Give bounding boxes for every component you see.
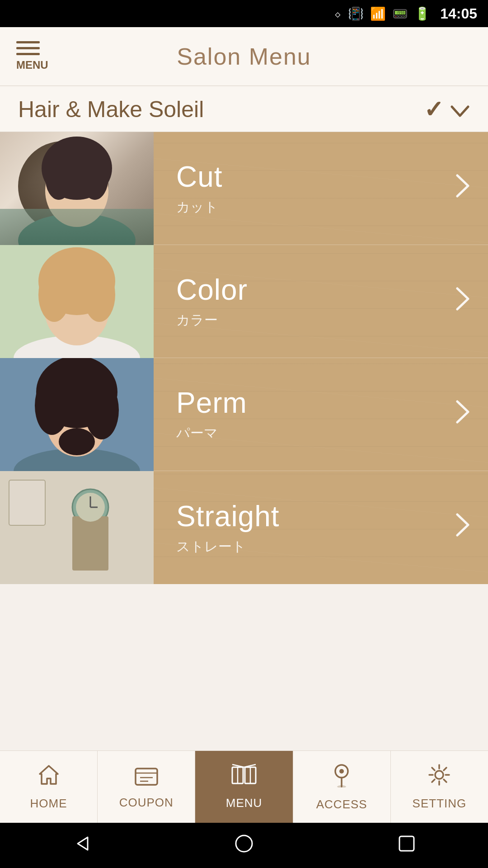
- cut-title-ja: カット: [176, 198, 223, 217]
- perm-chevron-icon: [455, 400, 470, 429]
- svg-point-10: [84, 268, 115, 322]
- straight-image: [0, 471, 154, 584]
- menu-list: Cut カット: [0, 132, 488, 584]
- straight-chevron-icon: [455, 513, 470, 542]
- nav-item-coupon[interactable]: COUPON: [98, 751, 195, 823]
- chevron-down-icon: ✓: [424, 96, 470, 123]
- cut-text: Cut カット: [176, 160, 223, 217]
- menu-row-color[interactable]: Color カラー: [0, 245, 488, 358]
- svg-point-17: [59, 428, 95, 455]
- straight-photo: [0, 471, 154, 584]
- svg-point-4: [81, 155, 108, 200]
- svg-rect-27: [136, 769, 157, 785]
- svg-line-48: [444, 768, 446, 770]
- svg-marker-50: [78, 837, 88, 850]
- straight-content[interactable]: Straight ストレート: [154, 471, 488, 584]
- menu-row-straight[interactable]: Straight ストレート: [0, 471, 488, 584]
- svg-point-0: [18, 213, 136, 245]
- status-icons: ⬦ 📳 📶 📟 🔋 14:05: [334, 5, 477, 22]
- color-content[interactable]: Color カラー: [154, 245, 488, 358]
- app-header: MENU Salon Menu: [0, 27, 488, 86]
- svg-point-15: [35, 376, 69, 435]
- setting-label: SETTING: [413, 797, 467, 811]
- nav-bar: HOME COUPON: [0, 750, 488, 823]
- wifi-icon: 📶: [370, 6, 386, 21]
- svg-point-9: [38, 268, 70, 322]
- bluetooth-icon: ⬦: [334, 6, 342, 21]
- access-icon: [332, 762, 352, 793]
- page-content: Cut カット: [0, 132, 488, 702]
- nav-item-setting[interactable]: SETTING: [391, 751, 488, 823]
- salon-name: Hair & Make Soleil: [18, 96, 204, 123]
- coupon-icon: [135, 764, 158, 791]
- android-back-button[interactable]: [71, 834, 91, 858]
- perm-content[interactable]: Perm パーマ: [154, 358, 488, 471]
- color-title-ja: カラー: [176, 311, 248, 330]
- perm-title-en: Perm: [176, 386, 247, 420]
- battery-icon: 🔋: [414, 6, 430, 21]
- coupon-label: COUPON: [119, 796, 174, 810]
- svg-point-40: [337, 785, 346, 788]
- status-time: 14:05: [440, 5, 477, 22]
- menu-label-nav: MENU: [226, 796, 263, 810]
- cut-title-en: Cut: [176, 160, 223, 193]
- color-chevron-icon: [455, 287, 470, 316]
- hamburger-menu-button[interactable]: MENU: [16, 41, 48, 71]
- svg-point-51: [236, 835, 252, 852]
- bottom-navigation: HOME COUPON: [0, 750, 488, 823]
- cut-image: [0, 132, 154, 245]
- cut-content[interactable]: Cut カット: [154, 132, 488, 245]
- perm-text: Perm パーマ: [176, 386, 247, 443]
- salon-selector[interactable]: Hair & Make Soleil ✓: [0, 87, 488, 132]
- perm-title-ja: パーマ: [176, 424, 247, 443]
- svg-point-41: [435, 771, 443, 779]
- svg-line-49: [432, 779, 435, 782]
- menu-book-icon: [231, 764, 257, 792]
- vibrate-icon: 📳: [348, 6, 364, 21]
- color-image: [0, 245, 154, 358]
- android-home-button[interactable]: [234, 834, 254, 858]
- color-photo: [0, 245, 154, 358]
- straight-title-ja: ストレート: [176, 538, 280, 556]
- access-label: ACCESS: [316, 797, 367, 811]
- android-nav-bar: [0, 823, 488, 868]
- menu-icon-label: MENU: [16, 59, 48, 71]
- nav-item-access[interactable]: ACCESS: [293, 751, 391, 823]
- home-label: HOME: [30, 797, 67, 811]
- cut-chevron-icon: [455, 174, 470, 203]
- svg-point-3: [45, 155, 72, 200]
- svg-point-38: [339, 769, 344, 774]
- svg-rect-20: [9, 480, 45, 525]
- nav-item-menu[interactable]: MENU: [195, 751, 293, 823]
- home-icon: [37, 763, 61, 792]
- straight-text: Straight ストレート: [176, 500, 280, 556]
- menu-row-perm[interactable]: Perm パーマ: [0, 358, 488, 471]
- menu-icon: [16, 41, 48, 55]
- sim-icon: 📟: [392, 6, 408, 21]
- svg-line-47: [444, 779, 446, 782]
- svg-rect-22: [72, 516, 108, 571]
- menu-row-cut[interactable]: Cut カット: [0, 132, 488, 245]
- svg-point-16: [84, 381, 119, 439]
- status-bar: ⬦ 📳 📶 📟 🔋 14:05: [0, 0, 488, 27]
- cut-photo: [0, 132, 154, 245]
- color-text: Color カラー: [176, 273, 248, 330]
- color-title-en: Color: [176, 273, 248, 307]
- svg-rect-52: [399, 836, 414, 851]
- svg-marker-26: [40, 766, 58, 784]
- straight-title-en: Straight: [176, 500, 280, 533]
- page-title: Salon Menu: [177, 43, 311, 70]
- perm-image: [0, 358, 154, 471]
- perm-photo: [0, 358, 154, 471]
- android-recent-button[interactable]: [397, 834, 417, 858]
- svg-line-46: [432, 768, 435, 770]
- setting-icon: [427, 763, 451, 792]
- nav-item-home[interactable]: HOME: [0, 751, 98, 823]
